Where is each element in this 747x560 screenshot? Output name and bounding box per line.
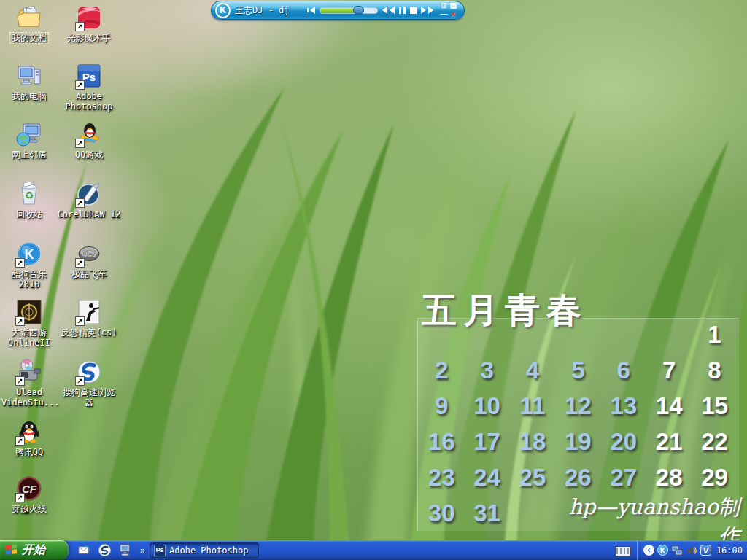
calendar-day: 7 (662, 358, 676, 382)
network-places-icon (16, 121, 42, 147)
tray-clock[interactable]: 16:00 (716, 545, 743, 556)
shortcut-arrow-icon: ↗ (15, 316, 25, 326)
calendar-day: 31 (473, 501, 500, 525)
quick-launch-bar: » (73, 540, 145, 560)
tray-volume-icon[interactable] (686, 545, 697, 556)
calendar-day: 29 (701, 465, 728, 489)
calendar-day: 17 (473, 429, 500, 454)
desktop: 五月青春 12345678910111213141516171819202122… (0, 0, 747, 560)
minimize-icon[interactable]: — (441, 11, 448, 18)
outlook-express-icon[interactable] (77, 543, 91, 557)
desktop-icon-my-computer[interactable]: 我的电脑 (0, 63, 58, 101)
player-song-title: 王志DJ - dj (235, 4, 306, 17)
calendar-day: 1 (708, 322, 721, 346)
kugou-mini-player[interactable]: K 王志DJ - dj ⍗ ▤ — ✕ (211, 1, 465, 20)
taskbar: 开始 » Ps Adobe Photoshop ... (0, 540, 747, 560)
desktop-icon-my-documents[interactable]: 我的文档 (0, 4, 58, 43)
calendar-day: 27 (610, 465, 637, 489)
svg-text:♻: ♻ (25, 190, 34, 201)
tray-security-icon[interactable]: V (700, 545, 711, 556)
volume-knob[interactable] (353, 6, 364, 15)
calendar-day: 3 (480, 358, 493, 382)
calendar-day: 5 (571, 358, 584, 382)
desktop-icon-ulead-videostudio[interactable]: ↗ Ulead VideoStu... (0, 359, 58, 408)
calendar-day: 16 (428, 429, 455, 454)
my-computer-icon (16, 63, 42, 89)
calendar-day: 13 (610, 394, 637, 418)
shortcut-arrow-icon: ↗ (15, 376, 25, 386)
shortcut-arrow-icon: ↗ (75, 80, 85, 90)
previous-button[interactable] (382, 7, 395, 14)
desktop-icon-crossfire[interactable]: CF ↗ 穿越火线 (0, 475, 58, 514)
desktop-icon-guangying-moshushou[interactable]: ↗ 光影魔术手 (55, 4, 123, 43)
desktop-icon-sogou-browser[interactable]: ↗ 搜狗高速浏览 器 (55, 359, 123, 408)
calendar-day: 23 (428, 465, 455, 489)
calendar-day: 2 (435, 358, 448, 382)
calendar-day: 19 (565, 429, 592, 454)
quicklaunch-overflow-chevron[interactable]: » (140, 545, 145, 556)
tray-collapse-chevron-icon[interactable]: ‹ (643, 545, 654, 556)
system-tray: ‹ K V 16:00 (637, 540, 746, 560)
calendar-day: 28 (656, 465, 683, 489)
desktop-icon-qq-game[interactable]: ↗ QQ游戏 (55, 121, 123, 160)
desktop-icon-adobe-photoshop[interactable]: Ps ↗ Adobe Photoshop (55, 63, 123, 112)
stop-button[interactable] (410, 7, 417, 14)
photoshop-badge-icon: Ps (154, 545, 166, 556)
input-method-keyboard-icon[interactable] (615, 546, 631, 556)
windows-logo-icon (6, 544, 18, 556)
desktop-icon-counter-strike[interactable]: ↗ 反恐精英(cs) (55, 299, 123, 338)
desktop-icon-need-for-speed[interactable]: NFS ↗ 极品飞车 (55, 241, 123, 279)
my-documents-icon (16, 4, 42, 31)
sogou-quicklaunch-icon[interactable] (98, 543, 112, 557)
shortcut-arrow-icon: ↗ (75, 198, 85, 208)
calendar-day: 6 (617, 358, 630, 382)
calendar-day: 14 (656, 394, 683, 418)
desktop-icon-dahua-xiyou[interactable]: ↗ 大话西游 OnlineII (0, 299, 58, 348)
calendar-day: 15 (701, 394, 728, 418)
desktop-icon-network-places[interactable]: 网上邻居 (0, 121, 58, 160)
pause-button[interactable] (399, 7, 406, 14)
calendar-day: 4 (526, 358, 539, 382)
calendar-day: 24 (473, 465, 500, 489)
calendar-day: 22 (701, 429, 728, 454)
shortcut-arrow-icon: ↗ (15, 258, 25, 268)
svg-text:NFS: NFS (82, 250, 96, 258)
shortcut-arrow-icon: ↗ (15, 493, 25, 502)
desktop-icon-recycle-bin[interactable]: ♻ 回收站 (0, 181, 58, 219)
tray-kugou-icon[interactable]: K (657, 545, 668, 556)
calendar-day: 18 (519, 429, 546, 454)
start-button[interactable]: 开始 (0, 540, 69, 560)
next-button[interactable] (421, 7, 433, 14)
calendar-day: 9 (435, 394, 448, 418)
calendar-day: 25 (519, 465, 546, 489)
desktop-icon-coreldraw[interactable]: ↗ CorelDRAW 12 (55, 181, 123, 219)
shortcut-arrow-icon: ↗ (75, 376, 85, 386)
calendar-day: 11 (520, 394, 546, 418)
calendar-day: 20 (610, 429, 637, 454)
calendar-day: 26 (565, 465, 592, 489)
shortcut-arrow-icon: ↗ (15, 436, 25, 446)
player-window-controls: ⍗ ▤ — ✕ (439, 1, 458, 19)
calendar-day: 12 (565, 394, 592, 418)
lyrics-icon[interactable]: ▤ (450, 2, 457, 9)
calendar-day: 8 (708, 358, 721, 382)
calendar-day: 10 (473, 394, 500, 418)
desktop-icon-tencent-qq[interactable]: ↗ 腾讯QQ (0, 419, 58, 457)
volume-icon[interactable] (310, 7, 315, 14)
calendar-day: 21 (656, 429, 683, 454)
shortcut-arrow-icon: ↗ (75, 139, 85, 148)
recycle-bin-icon: ♻ (16, 181, 42, 207)
svg-text:K: K (25, 247, 34, 262)
tray-network-icon[interactable] (671, 545, 683, 556)
shortcut-arrow-icon: ↗ (75, 258, 85, 268)
volume-slider[interactable] (320, 7, 378, 14)
kugou-logo-icon: K (215, 3, 231, 18)
show-desktop-icon[interactable] (118, 543, 132, 557)
shortcut-arrow-icon: ↗ (75, 316, 85, 326)
close-icon[interactable]: ✕ (450, 11, 456, 18)
desktop-icon-kugou-music[interactable]: K ↗ 酷狗音乐2010 (0, 241, 58, 289)
taskbar-button-photoshop[interactable]: Ps Adobe Photoshop ... (150, 542, 259, 558)
calendar-day: 30 (428, 501, 455, 525)
shortcut-arrow-icon: ↗ (75, 22, 85, 31)
main-window-icon[interactable]: ⍗ (442, 2, 446, 9)
